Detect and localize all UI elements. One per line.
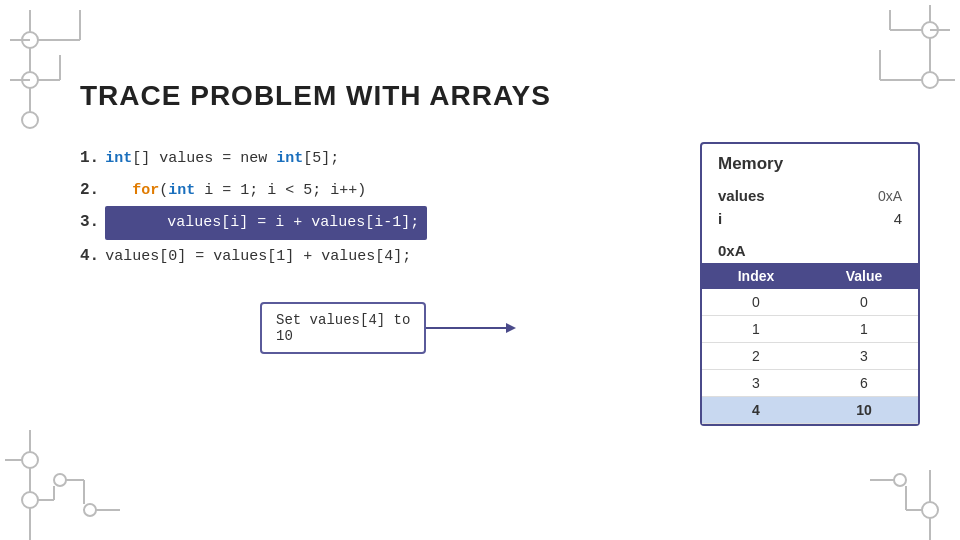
cell-value: 1 bbox=[810, 316, 918, 343]
code-block: 1. int[] values = new int[5]; 2. for(int… bbox=[80, 142, 670, 272]
cell-value: 10 bbox=[810, 397, 918, 424]
svg-point-24 bbox=[54, 474, 66, 486]
array-table: Index Value 00112336410 bbox=[702, 263, 918, 424]
code-line-1: 1. int[] values = new int[5]; bbox=[80, 142, 670, 174]
table-row: 23 bbox=[702, 343, 918, 370]
tooltip-container: Set values[4] to 10 bbox=[260, 302, 426, 354]
kw-int-2: int bbox=[276, 150, 303, 167]
line-number-1: 1. bbox=[80, 142, 99, 174]
svg-point-23 bbox=[22, 452, 38, 468]
line-2-text: for(int i = 1; i < 5; i++) bbox=[105, 176, 366, 206]
table-row: 11 bbox=[702, 316, 918, 343]
tooltip-arrow bbox=[426, 318, 516, 338]
var-value-i: 4 bbox=[894, 210, 902, 227]
memory-panel: Memory values 0xA i 4 0xA Index Value bbox=[700, 142, 920, 426]
cell-index: 1 bbox=[702, 316, 810, 343]
cell-index: 2 bbox=[702, 343, 810, 370]
svg-point-35 bbox=[922, 502, 938, 518]
main-content: TRACE PROBLEM WITH ARRAYS 1. int[] value… bbox=[80, 80, 920, 426]
svg-point-13 bbox=[922, 72, 938, 88]
table-row: 00 bbox=[702, 289, 918, 316]
table-row: 410 bbox=[702, 397, 918, 424]
memory-vars: values 0xA i 4 bbox=[702, 180, 918, 238]
cell-value: 0 bbox=[810, 289, 918, 316]
tooltip-text2: 10 bbox=[276, 328, 293, 344]
memory-header: Memory bbox=[702, 144, 918, 180]
svg-point-1 bbox=[22, 72, 38, 88]
svg-point-36 bbox=[894, 474, 906, 486]
table-row: 36 bbox=[702, 370, 918, 397]
col-header-index: Index bbox=[702, 263, 810, 289]
cell-index: 4 bbox=[702, 397, 810, 424]
line-number-3: 3. bbox=[80, 206, 99, 238]
memory-var-values: values 0xA bbox=[718, 184, 902, 207]
cell-value: 3 bbox=[810, 343, 918, 370]
kw-int-3: int bbox=[168, 182, 195, 199]
kw-int-1: int bbox=[105, 150, 132, 167]
cell-index: 3 bbox=[702, 370, 810, 397]
svg-point-2 bbox=[22, 112, 38, 128]
svg-point-22 bbox=[22, 492, 38, 508]
svg-marker-43 bbox=[506, 323, 516, 333]
memory-var-i: i 4 bbox=[718, 207, 902, 230]
code-line-3: 3. values[i] = i + values[i-1]; bbox=[80, 206, 670, 240]
line-3-highlighted: values[i] = i + values[i-1]; bbox=[105, 206, 427, 240]
kw-for: for bbox=[132, 182, 159, 199]
svg-point-0 bbox=[22, 32, 38, 48]
var-name-i: i bbox=[718, 210, 778, 227]
col-header-value: Value bbox=[810, 263, 918, 289]
code-section: 1. int[] values = new int[5]; 2. for(int… bbox=[80, 142, 670, 354]
line-1-text: int[] values = new int[5]; bbox=[105, 144, 339, 174]
svg-point-12 bbox=[922, 22, 938, 38]
page-title: TRACE PROBLEM WITH ARRAYS bbox=[80, 80, 920, 112]
cell-index: 0 bbox=[702, 289, 810, 316]
cell-value: 6 bbox=[810, 370, 918, 397]
var-value-values: 0xA bbox=[878, 188, 902, 204]
code-line-4: 4. values[0] = values[1] + values[4]; bbox=[80, 240, 670, 272]
svg-point-25 bbox=[84, 504, 96, 516]
var-name-values: values bbox=[718, 187, 778, 204]
main-layout: 1. int[] values = new int[5]; 2. for(int… bbox=[80, 142, 920, 426]
line-number-4: 4. bbox=[80, 240, 99, 272]
line-4-text: values[0] = values[1] + values[4]; bbox=[105, 242, 411, 272]
tooltip-text: Set values[4] to bbox=[276, 312, 410, 328]
array-label: 0xA bbox=[702, 238, 918, 263]
tooltip-box: Set values[4] to 10 bbox=[260, 302, 426, 354]
line-number-2: 2. bbox=[80, 174, 99, 206]
code-line-2: 2. for(int i = 1; i < 5; i++) bbox=[80, 174, 670, 206]
